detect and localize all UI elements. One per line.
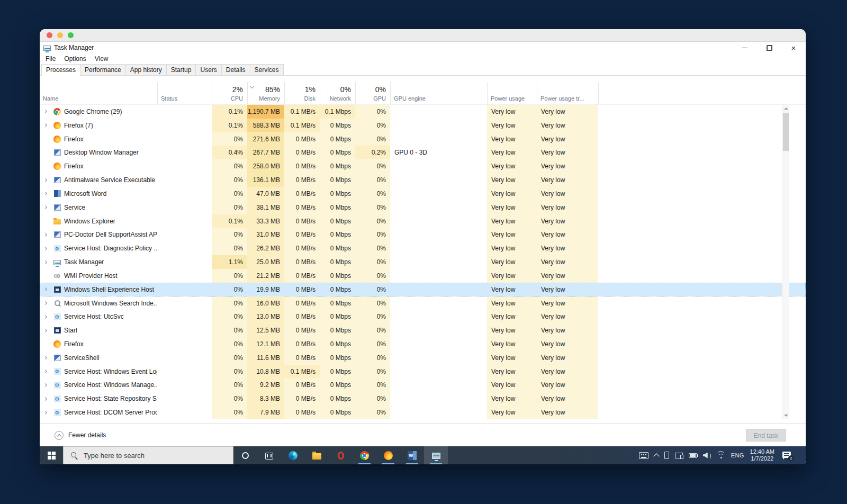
- taskbar-app-folder[interactable]: [305, 446, 329, 464]
- process-row[interactable]: Service Host: Diagnostic Policy ...0%26.…: [40, 241, 806, 255]
- process-row[interactable]: Antimalware Service Executable0%136.1 MB…: [40, 173, 806, 187]
- taskbar-app-word[interactable]: W: [400, 446, 424, 464]
- process-row[interactable]: Task Manager1.1%25.0 MB0 MB/s0 Mbps0%Ver…: [40, 255, 806, 269]
- column-header-cpu[interactable]: 2%CPU: [212, 82, 247, 104]
- process-row[interactable]: Desktop Window Manager0.4%267.7 MB0 MB/s…: [40, 146, 806, 159]
- tab-performance[interactable]: Performance: [80, 64, 126, 75]
- minimize-button[interactable]: [733, 42, 757, 53]
- process-row[interactable]: Service Host: UtcSvc0%13.0 MB0 MB/s0 Mbp…: [40, 310, 806, 323]
- process-row[interactable]: PC-Doctor Dell SupportAssist API0%31.0 M…: [40, 228, 806, 241]
- folder-icon: [312, 453, 321, 460]
- tab-details[interactable]: Details: [221, 64, 250, 75]
- taskbar-app-cortana[interactable]: [233, 446, 257, 464]
- column-header-filler: [598, 82, 806, 104]
- scroll-down-button[interactable]: [782, 412, 789, 419]
- close-button[interactable]: ×: [781, 42, 806, 53]
- taskbar-app-opera[interactable]: [329, 446, 353, 464]
- keyboard-icon[interactable]: [639, 452, 648, 459]
- vertical-scrollbar[interactable]: [782, 105, 789, 419]
- process-row[interactable]: Service Host: State Repository S...0%8.3…: [40, 392, 806, 406]
- process-row[interactable]: Windows Explorer0.1%33.3 MB0 MB/s0 Mbps0…: [40, 214, 806, 228]
- process-row[interactable]: Microsoft Windows Search Inde...0%16.0 M…: [40, 296, 806, 310]
- notification-center-button[interactable]: 2: [782, 452, 792, 459]
- gpu-cell: 0%: [355, 323, 390, 337]
- column-header-name[interactable]: Name: [40, 82, 157, 104]
- column-header-network[interactable]: 0%Network: [320, 82, 355, 104]
- expand-arrow-box: [40, 233, 50, 236]
- process-row[interactable]: ServiceShell0%11.6 MB0 MB/s0 Mbps0%Very …: [40, 351, 806, 365]
- process-row[interactable]: Service Host: DCOM Server Proc...0%7.9 M…: [40, 406, 806, 419]
- fewer-details-button[interactable]: Fewer details: [55, 431, 106, 440]
- cpu-cell: 0%: [212, 337, 247, 351]
- process-row[interactable]: Service Host: Windows Manage...0%9.2 MB0…: [40, 379, 806, 392]
- network-cell: 0 Mbps: [320, 269, 355, 283]
- firefox-icon: [53, 163, 61, 170]
- battery-icon[interactable]: [689, 453, 697, 458]
- tab-startup[interactable]: Startup: [166, 64, 196, 75]
- footer-bar: Fewer details End task: [40, 424, 806, 446]
- column-header-memory[interactable]: 85%Memory: [247, 82, 284, 104]
- process-row[interactable]: Firefox0%258.0 MB0 MB/s0 Mbps0%Very lowV…: [40, 159, 806, 173]
- column-header-disk[interactable]: 1%Disk: [284, 82, 320, 104]
- memory-cell: 47.0 MB: [247, 187, 284, 201]
- scrollbar-thumb[interactable]: [783, 113, 789, 151]
- process-icon-box: [50, 300, 64, 307]
- power-usage-cell: Very low: [487, 187, 537, 201]
- network-cell: 0 Mbps: [320, 159, 355, 173]
- end-task-button[interactable]: End task: [746, 429, 786, 442]
- column-header-gpu[interactable]: 0%GPU: [355, 82, 390, 104]
- column-header-status[interactable]: Status: [157, 82, 212, 104]
- wifi-icon[interactable]: [717, 452, 725, 458]
- volume-icon[interactable]: [703, 452, 711, 459]
- process-row[interactable]: Windows Shell Experience Host0%19.9 MB0 …: [40, 283, 806, 296]
- text-column-label: GPU engine: [391, 95, 487, 102]
- mac-minimize-button[interactable]: [57, 32, 63, 38]
- process-row[interactable]: Firefox0%12.1 MB0 MB/s0 Mbps0%Very lowVe…: [40, 337, 806, 351]
- column-header-gpu-engine[interactable]: GPU engine: [390, 82, 487, 104]
- process-row[interactable]: WMI Provider Host0%21.2 MB0 MB/s0 Mbps0%…: [40, 269, 806, 283]
- start-button[interactable]: [40, 446, 63, 464]
- taskbar-app-firefox[interactable]: [376, 446, 400, 464]
- taskbar-app-edge[interactable]: [281, 446, 305, 464]
- power-usage-cell: Very low: [487, 241, 537, 255]
- taskbar-app-chrome[interactable]: [353, 446, 376, 464]
- taskbar-clock[interactable]: 12:40 AM 1/7/2022: [750, 448, 774, 462]
- status-cell: [157, 323, 212, 337]
- menu-item-view[interactable]: View: [91, 54, 113, 64]
- taskbar-search[interactable]: Type here to search: [63, 446, 233, 464]
- process-name: Microsoft Word: [64, 190, 106, 197]
- row-filler: [598, 214, 806, 228]
- process-row[interactable]: Firefox (7)0.1%588.3 MB0.1 MB/s0 Mbps0%V…: [40, 119, 806, 132]
- tab-app-history[interactable]: App history: [125, 64, 167, 75]
- menu-item-file[interactable]: File: [41, 54, 60, 64]
- memory-cell: 11.6 MB: [247, 351, 284, 365]
- disk-cell: 0.1 MB/s: [284, 119, 320, 132]
- phone-icon[interactable]: [664, 452, 669, 459]
- process-row[interactable]: Start0%12.5 MB0 MB/s0 Mbps0%Very lowVery…: [40, 323, 806, 337]
- restore-button[interactable]: [757, 42, 781, 53]
- language-indicator[interactable]: ENG: [731, 452, 744, 458]
- mac-zoom-button[interactable]: [68, 32, 74, 38]
- usage-total-value: 2%: [212, 85, 247, 94]
- column-header-power-usage[interactable]: Power usage: [487, 82, 537, 104]
- mac-close-button[interactable]: [47, 32, 52, 38]
- process-row[interactable]: Service Host: Windows Event Log0%10.8 MB…: [40, 365, 806, 379]
- tab-services[interactable]: Services: [250, 64, 284, 75]
- cast-icon[interactable]: [675, 453, 683, 458]
- expand-chevron-icon: [43, 178, 47, 182]
- tab-users[interactable]: Users: [195, 64, 221, 75]
- process-row[interactable]: Firefox0%271.6 MB0 MB/s0 Mbps0%Very lowV…: [40, 132, 806, 146]
- taskbar-app-taskview[interactable]: [257, 446, 281, 464]
- taskbar-app-taskmgr[interactable]: [424, 446, 448, 464]
- process-row[interactable]: Microsoft Word0%47.0 MB0 MB/s0 Mbps0%Ver…: [40, 187, 806, 201]
- menu-item-options[interactable]: Options: [60, 54, 90, 64]
- task-manager-app-icon: [43, 46, 51, 51]
- process-row[interactable]: Google Chrome (29)0.1%1,190.7 MB0.1 MB/s…: [40, 105, 806, 119]
- column-header-power-usage-tr-[interactable]: Power usage tr...: [537, 82, 598, 104]
- tab-processes[interactable]: Processes: [41, 64, 80, 76]
- chevron-up-icon[interactable]: [653, 453, 659, 459]
- process-row[interactable]: Service0%38.1 MB0 MB/s0 Mbps0%Very lowVe…: [40, 201, 806, 214]
- scroll-up-button[interactable]: [782, 105, 789, 112]
- power-usage-cell: Very low: [487, 337, 537, 351]
- memory-cell: 21.2 MB: [247, 269, 284, 283]
